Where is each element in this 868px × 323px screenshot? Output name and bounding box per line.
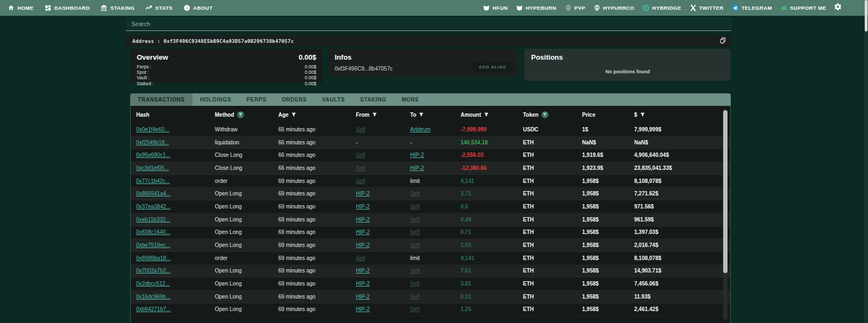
from-cell[interactable]: HIP-2 <box>356 268 410 274</box>
from-cell[interactable]: Self <box>356 255 410 261</box>
to-cell[interactable]: Self <box>410 306 461 312</box>
nav-item-telegram[interactable]: TELEGRAM <box>732 4 773 11</box>
from-cell[interactable]: Self <box>356 152 410 158</box>
tx-hash-link[interactable]: 0x8986ba18... <box>136 255 215 261</box>
tab-orders[interactable]: ORDERS <box>274 93 314 106</box>
method-cell: Withdraw <box>215 126 278 132</box>
nav-item-hybridge[interactable]: HYBRIDGE <box>642 4 681 11</box>
to-cell[interactable]: Self <box>410 268 461 274</box>
amount-cell: -12,380.66 <box>461 165 523 171</box>
tab-more[interactable]: MORE <box>394 93 426 106</box>
tx-hash-link[interactable]: 0xbe7519ec... <box>136 242 215 248</box>
page-scrollbar[interactable] <box>864 0 868 323</box>
to-cell[interactable]: Self <box>410 294 461 300</box>
tx-hash-link[interactable]: 0x866541a4... <box>136 191 215 197</box>
from-cell[interactable]: HIP-2 <box>356 229 410 235</box>
nav-item-label: TELEGRAM <box>742 5 773 11</box>
to-cell[interactable]: Self <box>410 217 461 223</box>
to-cell[interactable]: HIP-2 <box>410 152 461 158</box>
from-cell[interactable]: HIP-2 <box>356 242 410 248</box>
token-cell: ETH <box>523 152 582 158</box>
nav-item-hypeburn[interactable]: HYPEBURN <box>516 4 557 11</box>
tx-hash-link[interactable]: 0x838c1640... <box>136 229 215 235</box>
nav-item-pvp[interactable]: PVP <box>565 4 585 11</box>
from-cell[interactable]: HIP-2 <box>356 306 410 312</box>
token-cell: ETH <box>523 140 582 145</box>
usd-cell: NaN$ <box>634 140 730 145</box>
from-cell[interactable]: Self <box>356 126 410 132</box>
tx-hash-link[interactable]: 0x37ea3842... <box>136 204 215 210</box>
from-cell[interactable]: Self <box>356 178 410 184</box>
nav-item-staking[interactable]: STAKING <box>100 4 135 11</box>
to-cell[interactable]: Self <box>410 191 461 197</box>
from-cell[interactable]: HIP-2 <box>356 217 410 223</box>
filter-icon[interactable] <box>372 112 377 117</box>
info-icon <box>183 4 190 11</box>
filter-icon[interactable] <box>237 111 244 118</box>
nav-item-hypurrco[interactable]: HYPURRCO <box>593 4 635 11</box>
tx-hash-link[interactable]: 0xb94271b7... <box>136 306 215 312</box>
token-cell: ETH <box>523 217 582 223</box>
to-cell[interactable]: Self <box>410 281 461 287</box>
table-scrollbar[interactable] <box>723 109 727 320</box>
nav-item-hfun[interactable]: HFUN <box>483 4 508 11</box>
usd-cell: 2,461.42$ <box>634 306 730 312</box>
overview-row: Staked :0.00$ <box>137 81 316 86</box>
from-cell[interactable]: Self <box>356 165 410 171</box>
tab-perps[interactable]: PERPS <box>239 93 274 106</box>
method-cell: order <box>215 178 278 184</box>
filter-icon[interactable] <box>419 112 424 117</box>
transaction-row: 0x866541a4...Open Long69 minutes agoHIP-… <box>131 187 730 200</box>
tx-hash-link[interactable]: 0x95e680c1... <box>136 152 215 158</box>
tx-hash-link[interactable]: 0x77c1b42c... <box>136 178 215 184</box>
token-cell: ETH <box>523 294 582 300</box>
method-cell: Open Long <box>215 281 278 287</box>
tx-hash-link[interactable]: 0xf2549b18... <box>136 140 215 145</box>
nav-item-stats[interactable]: STATS <box>145 4 173 11</box>
tx-hash-link[interactable]: 0x7002a7b2... <box>136 268 215 274</box>
filter-icon[interactable] <box>541 111 548 118</box>
from-cell[interactable]: HIP-2 <box>356 191 410 197</box>
filter-icon[interactable] <box>484 112 489 117</box>
to-cell[interactable]: HIP-2 <box>410 165 461 171</box>
add-alias-button[interactable]: ADD ALIAS <box>473 62 513 72</box>
from-cell[interactable]: HIP-2 <box>356 281 410 287</box>
address-label: Address : <box>132 39 160 44</box>
overview-row-value: 0.00$ <box>305 69 316 75</box>
to-cell[interactable]: Self <box>410 229 461 235</box>
age-cell: 65 minutes ago <box>278 126 356 132</box>
nav-item-home[interactable]: HOME <box>8 4 34 11</box>
nav-item-twitter[interactable]: TWITTER <box>690 4 724 11</box>
nav-item-label: TWITTER <box>699 5 724 11</box>
to-cell[interactable]: Self <box>410 242 461 248</box>
col-header-from: From <box>356 112 410 118</box>
tx-hash-link[interactable]: 0x0e1f4e60... <box>136 126 215 132</box>
from-cell[interactable]: HIP-2 <box>356 294 410 300</box>
to-cell[interactable]: Self <box>410 204 461 210</box>
method-cell: Close Long <box>215 165 278 171</box>
filter-icon[interactable] <box>640 112 645 117</box>
tab-vaults[interactable]: VAULTS <box>315 93 353 106</box>
tab-holdings[interactable]: HOLDINGS <box>193 93 239 106</box>
tx-hash-link[interactable]: 0xc3d1ef05... <box>136 165 215 171</box>
col-label: Hash <box>136 112 149 118</box>
copy-address-button[interactable] <box>718 36 727 46</box>
tx-hash-link[interactable]: 0x2dbcc512... <box>136 281 215 287</box>
table-scrollbar-thumb[interactable] <box>723 110 727 273</box>
filter-icon[interactable] <box>291 112 296 117</box>
to-cell[interactable]: Arbitrum <box>410 126 461 132</box>
nav-item-dashboard[interactable]: DASHBOARD <box>44 4 90 11</box>
nav-item-support-me[interactable]: SUPPORT ME <box>780 4 826 11</box>
transaction-row: 0xf2549b18...liquidation66 minutes ago--… <box>131 136 730 149</box>
page-scrollbar-thumb[interactable] <box>865 0 867 31</box>
tab-staking[interactable]: STAKING <box>353 93 394 106</box>
tx-hash-link[interactable]: 0xeb11b332... <box>136 217 215 223</box>
usd-cell: 8,108,078$ <box>634 255 730 261</box>
tab-transactions[interactable]: TRANSACTIONS <box>130 93 193 106</box>
tx-hash-link[interactable]: 0x16dc969b... <box>136 294 215 300</box>
nav-item-about[interactable]: ABOUT <box>183 4 213 11</box>
settings-gear-button[interactable] <box>834 3 842 13</box>
transactions-table: HashMethodAgeFromToAmountTokenPrice$ 0x0… <box>130 106 731 323</box>
search-input[interactable] <box>126 17 731 30</box>
from-cell[interactable]: HIP-2 <box>356 204 410 210</box>
